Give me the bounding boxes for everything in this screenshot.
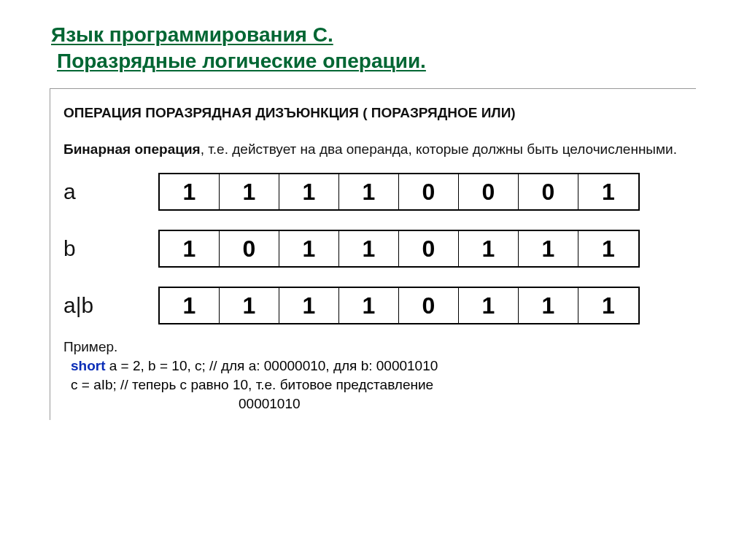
title-line-2: Поразрядные логические операции. <box>51 50 426 72</box>
bit-cell: 0 <box>399 174 459 209</box>
bits-row-a: a 1 1 1 1 0 0 0 1 <box>63 173 689 211</box>
bit-cell: 1 <box>160 174 220 209</box>
bit-cell: 1 <box>459 288 519 323</box>
bit-cell: 1 <box>519 288 578 323</box>
bit-cell: 1 <box>339 288 399 323</box>
desc-bold: Бинарная операция <box>63 141 201 157</box>
bits-row-result: a|b 1 1 1 1 0 1 1 1 <box>63 287 689 324</box>
bit-cell: 0 <box>399 231 459 266</box>
bit-cell: 1 <box>279 174 339 209</box>
label-ab: a|b <box>63 293 158 318</box>
bit-cell: 1 <box>160 288 220 323</box>
bit-cell: 0 <box>459 174 519 209</box>
slide-heading: Язык программирования С. Поразрядные лог… <box>51 22 696 75</box>
label-a: a <box>63 179 158 204</box>
bit-cell: 0 <box>519 174 578 209</box>
operation-title: ОПЕРАЦИЯ ПОРАЗРЯДНАЯ ДИЗЪЮНКЦИЯ ( ПОРАЗР… <box>63 105 689 121</box>
bit-cell: 1 <box>220 288 279 323</box>
desc-rest: , т.е. действует на два операнда, которы… <box>201 141 677 157</box>
bits-table-a: 1 1 1 1 0 0 0 1 <box>158 173 640 211</box>
bit-cell: 1 <box>339 231 399 266</box>
bit-cell: 1 <box>220 174 279 209</box>
bit-cell: 1 <box>519 231 578 266</box>
bits-table-ab: 1 1 1 1 0 1 1 1 <box>158 287 640 324</box>
bits-row-b: b 1 0 1 1 0 1 1 1 <box>63 230 689 268</box>
bit-cell: 1 <box>578 174 638 209</box>
title-line-1: Язык программирования С. <box>51 23 333 46</box>
content-frame: ОПЕРАЦИЯ ПОРАЗРЯДНАЯ ДИЗЪЮНКЦИЯ ( ПОРАЗР… <box>50 88 696 421</box>
bit-cell: 0 <box>399 288 459 323</box>
bit-cell: 1 <box>160 231 220 266</box>
keyword-short: short <box>71 358 106 373</box>
bit-cell: 0 <box>220 231 279 266</box>
operation-description: Бинарная операция, т.е. действует на два… <box>63 140 689 159</box>
example-label: Пример. <box>63 339 689 355</box>
bit-cell: 1 <box>459 231 519 266</box>
code-line-2: c = aIb; // теперь с равно 10, т.е. бито… <box>71 376 689 394</box>
label-b: b <box>63 236 158 261</box>
bit-cell: 1 <box>279 231 339 266</box>
code-block: short a = 2, b = 10, c; // для a: 000000… <box>63 357 689 413</box>
bit-cell: 1 <box>339 174 399 209</box>
bit-cell: 1 <box>578 288 638 323</box>
code-line-1: short a = 2, b = 10, c; // для a: 000000… <box>71 357 689 376</box>
bit-cell: 1 <box>578 231 638 266</box>
code-rest-1: a = 2, b = 10, c; // для a: 00000010, дл… <box>106 358 438 373</box>
bit-cell: 1 <box>279 288 339 323</box>
bits-table-b: 1 0 1 1 0 1 1 1 <box>158 230 640 268</box>
code-line-3: 00001010 <box>71 394 689 413</box>
